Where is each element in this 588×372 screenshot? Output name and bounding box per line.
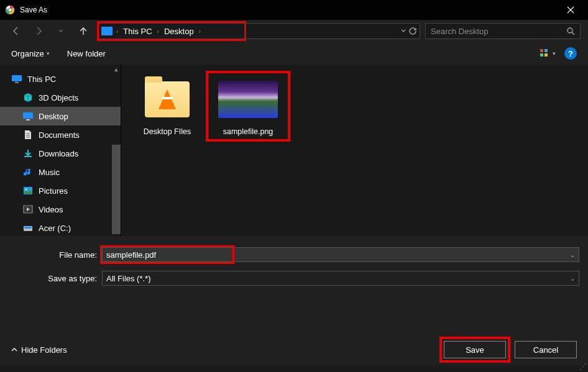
up-button[interactable] [75, 22, 92, 40]
save-button[interactable]: Save [444, 341, 506, 358]
download-icon [22, 148, 34, 158]
recent-dropdown[interactable] [52, 22, 70, 40]
view-options-button[interactable]: ▾ [540, 49, 556, 58]
breadcrumb-bar[interactable]: › This PC › Desktop › [97, 23, 420, 39]
videos-icon [22, 204, 34, 214]
cube-icon [22, 93, 34, 102]
cancel-button[interactable]: Cancel [515, 341, 577, 358]
breadcrumb-this-pc[interactable]: This PC [121, 27, 154, 36]
svg-rect-9 [15, 82, 19, 83]
svg-rect-8 [12, 75, 22, 81]
filename-input[interactable]: samplefile.pdf ⌄ [102, 247, 579, 262]
folder-item-desktop-files[interactable]: Desktop FIles [132, 76, 202, 137]
svg-point-13 [25, 189, 27, 191]
new-folder-button[interactable]: New folder [67, 49, 106, 58]
filename-label: File name: [9, 250, 102, 260]
pc-icon [11, 74, 22, 84]
forward-button[interactable] [30, 22, 47, 40]
document-icon [22, 130, 34, 140]
body: ▲ This PC 3D Objects Desktop Documents D… [0, 65, 588, 236]
back-button[interactable] [7, 22, 25, 40]
titlebar: Save As [0, 0, 588, 20]
search-placeholder: Search Desktop [431, 27, 489, 36]
sidebar-item-documents[interactable]: Documents [0, 125, 121, 144]
svg-rect-11 [26, 119, 30, 120]
chevron-right-icon: › [196, 28, 203, 35]
file-item-samplefile-png[interactable]: samplefile.png [213, 76, 283, 137]
filetype-label: Save as type: [9, 274, 102, 283]
chevron-down-icon[interactable] [401, 29, 406, 34]
scroll-up-icon[interactable]: ▲ [114, 66, 119, 73]
filename-row: File name: samplefile.pdf ⌄ [0, 245, 588, 265]
pc-icon [101, 27, 113, 35]
desktop-icon [22, 111, 34, 121]
refresh-icon[interactable] [408, 27, 417, 35]
scrollbar-thumb[interactable] [112, 145, 121, 234]
sidebar-item-3d-objects[interactable]: 3D Objects [0, 88, 121, 107]
window-title: Save As [20, 6, 558, 14]
resize-grip-icon[interactable]: ⋰ [579, 362, 587, 371]
svg-rect-10 [23, 112, 33, 119]
svg-point-3 [567, 28, 572, 33]
drive-icon [22, 223, 34, 233]
sidebar-item-desktop[interactable]: Desktop [0, 107, 121, 125]
sidebar-item-acer-c[interactable]: Acer (C:) [0, 219, 121, 236]
chevron-down-icon[interactable]: ⌄ [570, 252, 575, 258]
music-icon [22, 167, 34, 177]
svg-rect-5 [544, 49, 548, 52]
svg-rect-6 [540, 53, 543, 57]
sidebar-item-videos[interactable]: Videos [0, 200, 121, 219]
search-input[interactable]: Search Desktop [425, 23, 581, 39]
sidebar-this-pc[interactable]: This PC [0, 70, 121, 88]
hide-folders-button[interactable]: Hide Folders [11, 345, 67, 355]
svg-rect-7 [544, 53, 548, 57]
footer: Hide Folders Save Cancel [0, 334, 588, 365]
close-button[interactable] [558, 0, 583, 20]
search-icon [566, 27, 575, 35]
chevron-right-icon: › [155, 28, 162, 35]
filetype-select[interactable]: All Files (*.*) ⌄ [102, 271, 579, 286]
sidebar: ▲ This PC 3D Objects Desktop Documents D… [0, 65, 121, 236]
sidebar-item-music[interactable]: Music [0, 163, 121, 181]
breadcrumb-desktop[interactable]: Desktop [162, 27, 196, 36]
chevron-down-icon[interactable]: ⌄ [570, 275, 575, 282]
help-button[interactable]: ? [564, 47, 577, 60]
svg-point-2 [9, 9, 12, 12]
app-icon [5, 5, 15, 15]
toolbar: Organize ▾ New folder ▾ ? [0, 42, 588, 65]
nav-row: › This PC › Desktop › Search Desktop [0, 20, 588, 42]
svg-rect-16 [24, 227, 32, 229]
filetype-row: Save as type: All Files (*.*) ⌄ [0, 268, 588, 288]
sidebar-item-downloads[interactable]: Downloads [0, 144, 121, 163]
chevron-up-icon [11, 347, 17, 353]
chevron-right-icon: › [114, 28, 121, 35]
sidebar-item-pictures[interactable]: Pictures [0, 181, 121, 200]
content-area[interactable]: Desktop FIles samplefile.png [121, 65, 588, 236]
organize-button[interactable]: Organize ▾ [11, 49, 50, 58]
pictures-icon [22, 186, 34, 196]
svg-rect-4 [540, 49, 543, 52]
